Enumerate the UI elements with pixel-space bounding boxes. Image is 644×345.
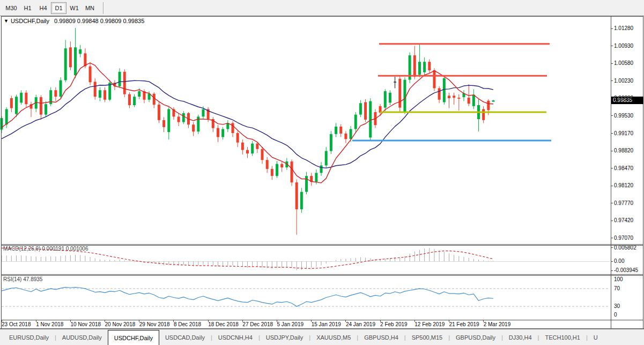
tab-usdcnh-h4[interactable]: USDCNH,H4 <box>212 329 258 345</box>
candle-body <box>354 115 357 129</box>
candle-body <box>305 176 308 192</box>
tab-audusd-daily[interactable]: AUDUSD,Daily <box>56 329 108 345</box>
candle-body <box>231 123 234 133</box>
candle-body <box>359 103 362 114</box>
candle-body <box>202 109 204 116</box>
candle-body <box>398 79 401 108</box>
candle-body <box>241 143 244 150</box>
candle-body <box>276 164 278 176</box>
tab-gbpusd-h4[interactable]: GBPUSD,H4 <box>358 329 404 345</box>
candle-body <box>25 93 27 104</box>
candle-body <box>438 88 441 99</box>
mt4-window: M30H1H4D1W1MN ▼USDCHF,Daily0.99809 0.998… <box>0 0 644 345</box>
candle-body <box>280 164 283 168</box>
chart-tabbar: EURUSD,Daily|AUDUSD,DailyUSDCHF,DailyUSD… <box>0 329 644 345</box>
candle-body <box>94 82 97 97</box>
candle-body <box>266 160 269 169</box>
candle-body <box>320 165 323 173</box>
candle-body <box>128 94 131 105</box>
candle-body <box>54 90 57 97</box>
candle-body <box>492 100 495 101</box>
candle-body <box>389 93 391 103</box>
candle-body <box>79 49 82 54</box>
candle-body <box>291 162 293 182</box>
candle-body <box>251 144 254 154</box>
candle-body <box>1 118 3 129</box>
candle-body <box>364 102 367 120</box>
candle-body <box>403 80 406 112</box>
tab-sp500-m15[interactable]: SP500,M15 <box>406 329 448 345</box>
candle-body <box>457 98 460 99</box>
candle-body <box>60 80 62 97</box>
tab-usdchf-daily[interactable]: USDCHF,Daily <box>108 330 159 345</box>
candle-body <box>453 96 455 98</box>
candle-body <box>45 104 47 115</box>
support-blue-line[interactable] <box>352 140 551 141</box>
candle-body <box>339 127 342 134</box>
candle-body <box>246 150 249 154</box>
candle-body <box>261 149 264 160</box>
candle-body <box>384 91 387 108</box>
candle-body <box>335 127 337 134</box>
candle-body <box>133 97 136 105</box>
candle-body <box>103 90 106 100</box>
candle-body <box>177 116 180 122</box>
candle-body <box>487 101 490 111</box>
candle-body <box>482 109 485 120</box>
candle-body <box>221 129 224 137</box>
candle-body <box>236 133 239 143</box>
candle-body <box>413 55 416 77</box>
candle-body <box>256 144 258 149</box>
tab-eurusd-daily[interactable]: EURUSD,Daily <box>3 329 55 345</box>
tab-tech100-h1[interactable]: TECH100,H1 <box>539 329 586 345</box>
tab-u[interactable]: U <box>588 329 604 345</box>
chart-tabs: EURUSD,Daily|AUDUSD,DailyUSDCHF,DailyUSD… <box>0 329 604 345</box>
candle-body <box>64 48 67 80</box>
support-yellow-line[interactable] <box>380 112 546 113</box>
candle-body <box>74 47 77 75</box>
candle-body <box>192 124 195 131</box>
resistance-lower-line[interactable] <box>378 75 547 77</box>
tab-gbpusd-daily[interactable]: GBPUSD,Daily <box>450 329 501 345</box>
candle-body <box>423 62 426 72</box>
candle-body <box>472 95 475 106</box>
candle-body <box>138 91 140 97</box>
candle-body <box>433 70 435 88</box>
candle-body <box>158 105 160 120</box>
candle-body <box>108 83 111 100</box>
candle-body <box>89 67 92 83</box>
tab-xauusd-m5[interactable]: XAUUSD,M5 <box>310 329 357 345</box>
tab-dj30-h4[interactable]: DJ30,H4 <box>503 329 538 345</box>
candle-body <box>418 62 421 75</box>
candle-body <box>468 98 470 104</box>
candle-body <box>271 169 273 176</box>
candle-body <box>369 101 372 138</box>
candle-body <box>315 173 317 182</box>
candle-body <box>428 62 431 70</box>
candle-body <box>350 129 352 140</box>
candle-body <box>300 192 303 210</box>
candle-body <box>99 90 101 98</box>
candle-body <box>295 182 298 209</box>
candle-body <box>40 97 42 115</box>
candle-body <box>119 72 121 86</box>
candle-body <box>182 113 185 122</box>
candle-body <box>448 96 450 98</box>
candle-body <box>15 97 18 114</box>
candle-body <box>20 93 23 103</box>
candle-body <box>5 109 8 124</box>
candle-body <box>69 47 72 67</box>
candle-body <box>394 82 396 82</box>
candle-body <box>330 134 332 151</box>
candle-body <box>443 78 446 102</box>
tab-usdcad-daily[interactable]: USDCAD,Daily <box>159 329 211 345</box>
candle-body <box>325 151 328 165</box>
candle-body <box>153 94 156 105</box>
candle-body <box>167 109 170 132</box>
candle-body <box>10 98 13 108</box>
tab-usdjpy-daily[interactable]: USDJPY,Daily <box>260 329 309 345</box>
candle-body <box>217 128 219 137</box>
resistance-upper-line[interactable] <box>379 43 550 45</box>
candle-body <box>162 120 165 127</box>
candle-body <box>344 134 347 139</box>
